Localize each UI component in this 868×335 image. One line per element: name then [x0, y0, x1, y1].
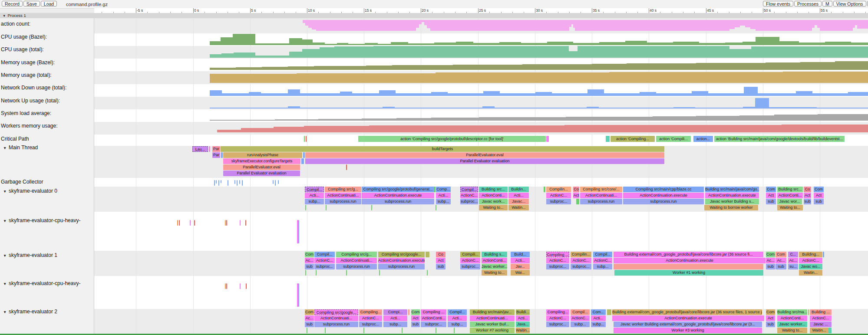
- track-label-text: skyframe-evaluator 0: [9, 188, 57, 194]
- track-label-skyframe-evaluator-2[interactable]: ▼skyframe-evaluator 2: [1, 309, 57, 315]
- track-label-memory-usage-total[interactable]: Memory usage (total):: [1, 72, 52, 78]
- track-label-skyframe-evaluator-cpu-heavy-b[interactable]: ▼skyframe-evaluator-cpu-heavy-: [1, 280, 80, 286]
- track-label-text: Workers memory usage:: [1, 123, 57, 129]
- track-label-cpu-usage-total[interactable]: CPU usage (total):: [1, 46, 44, 53]
- track-label-text: Network Up usage (total):: [1, 98, 60, 104]
- collapse-arrow-icon[interactable]: ▼: [3, 282, 9, 286]
- track-label-text: System load average:: [1, 110, 51, 116]
- track-label-text: CPU usage (Bazel):: [1, 34, 47, 40]
- track-label-cpu-usage-bazel[interactable]: CPU usage (Bazel):: [1, 34, 47, 40]
- collapse-arrow-icon[interactable]: ▼: [3, 189, 9, 194]
- track-label-text: skyframe-evaluator 2: [9, 309, 57, 315]
- collapse-arrow-icon[interactable]: ▼: [3, 219, 9, 223]
- track-label-text: skyframe-evaluator-cpu-heavy-: [9, 280, 80, 286]
- track-label-skyframe-evaluator-cpu-heavy-a[interactable]: ▼skyframe-evaluator-cpu-heavy-: [1, 217, 80, 223]
- collapse-arrow-icon[interactable]: ▼: [3, 146, 9, 150]
- track-label-memory-usage-bazel[interactable]: Memory usage (Bazel):: [1, 59, 55, 66]
- track-label-workers-memory-usage[interactable]: Workers memory usage:: [1, 123, 57, 129]
- track-label-action-count[interactable]: action count:: [1, 21, 30, 27]
- track-label-system-load-average[interactable]: System load average:: [1, 110, 51, 116]
- track-label-text: Network Down usage (total):: [1, 85, 66, 91]
- track-label-text: skyframe-evaluator 1: [9, 252, 57, 258]
- track-label-garbage-collector[interactable]: Garbage Collector: [1, 179, 43, 185]
- track-label-text: action count:: [1, 21, 30, 27]
- track-label-text: Garbage Collector: [1, 179, 43, 185]
- collapse-arrow-icon[interactable]: ▼: [3, 310, 9, 314]
- track-labels-layer: action count:CPU usage (Bazel):CPU usage…: [0, 0, 868, 335]
- track-label-text: Critical Path: [1, 136, 29, 142]
- track-label-critical-path[interactable]: Critical Path: [1, 136, 29, 142]
- track-label-network-down-usage-total[interactable]: Network Down usage (total):: [1, 85, 66, 91]
- track-label-network-up-usage-total[interactable]: Network Up usage (total):: [1, 98, 60, 104]
- track-label-text: Memory usage (Bazel):: [1, 59, 55, 66]
- track-label-skyframe-evaluator-0[interactable]: ▼skyframe-evaluator 0: [1, 188, 57, 194]
- track-label-main-thread[interactable]: ▼Main Thread: [1, 145, 38, 151]
- track-label-text: CPU usage (total):: [1, 46, 44, 53]
- profiler-app: RecordSaveLoad command.profile.gz Flow e…: [0, 0, 868, 335]
- track-label-text: skyframe-evaluator-cpu-heavy-: [9, 217, 80, 223]
- track-label-skyframe-evaluator-1[interactable]: ▼skyframe-evaluator 1: [1, 252, 57, 258]
- track-label-text: Main Thread: [9, 145, 38, 151]
- collapse-arrow-icon[interactable]: ▼: [3, 253, 9, 258]
- track-label-text: Memory usage (total):: [1, 72, 52, 78]
